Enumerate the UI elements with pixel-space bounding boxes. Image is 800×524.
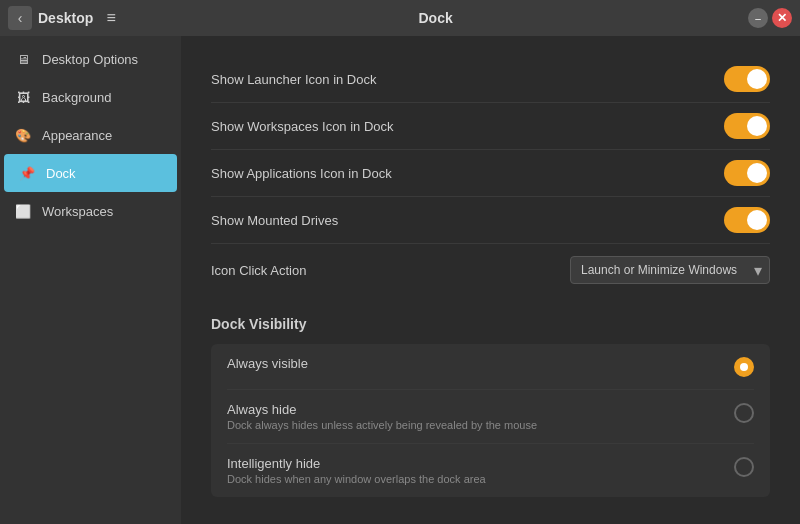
visibility-section-title: Dock Visibility — [211, 316, 770, 332]
minimize-button[interactable]: – — [748, 8, 768, 28]
toggle-row-launcher: Show Launcher Icon in Dock — [211, 56, 770, 103]
radio-intelligently-hide-label: Intelligently hide — [227, 456, 486, 471]
toggle-row-mounted: Show Mounted Drives — [211, 197, 770, 244]
mounted-drives-label: Show Mounted Drives — [211, 213, 338, 228]
sidebar-item-appearance[interactable]: 🎨 Appearance — [0, 116, 181, 154]
radio-always-visible-label: Always visible — [227, 356, 308, 371]
radio-row-always-visible: Always visible — [227, 344, 754, 390]
sidebar-item-workspaces[interactable]: ⬜ Workspaces — [0, 192, 181, 230]
radio-always-visible-btn[interactable] — [734, 357, 754, 377]
sidebar-item-label: Background — [42, 90, 111, 105]
sidebar-item-background[interactable]: 🖼 Background — [0, 78, 181, 116]
launcher-icon-label: Show Launcher Icon in Dock — [211, 72, 376, 87]
radio-row-intelligently-hide: Intelligently hide Dock hides when any w… — [227, 444, 754, 497]
content-area: Show Launcher Icon in Dock Show Workspac… — [181, 36, 800, 524]
minimize-icon: – — [755, 13, 761, 24]
radio-row-always-hide: Always hide Dock always hides unless act… — [227, 390, 754, 444]
panel-title: Desktop — [38, 10, 93, 26]
close-icon: ✕ — [777, 11, 787, 25]
window-title: Dock — [123, 10, 748, 26]
sidebar-item-label: Dock — [46, 166, 76, 181]
radio-always-hide-btn[interactable] — [734, 403, 754, 423]
main-layout: 🖥 Desktop Options 🖼 Background 🎨 Appeara… — [0, 36, 800, 524]
radio-intelligently-hide-text: Intelligently hide Dock hides when any w… — [227, 456, 486, 485]
toggle-row-workspaces: Show Workspaces Icon in Dock — [211, 103, 770, 150]
titlebar-left: ‹ Desktop ≡ — [8, 6, 123, 30]
workspaces-icon-toggle[interactable] — [724, 113, 770, 139]
back-button[interactable]: ‹ — [8, 6, 32, 30]
icon-click-action-select[interactable]: Launch or Minimize Windows Raise Window … — [570, 256, 770, 284]
dock-icon: 📌 — [18, 164, 36, 182]
toggle-row-applications: Show Applications Icon in Dock — [211, 150, 770, 197]
radio-always-visible-text: Always visible — [227, 356, 308, 371]
workspaces-icon-label: Show Workspaces Icon in Dock — [211, 119, 394, 134]
window-controls: – ✕ — [748, 8, 792, 28]
close-button[interactable]: ✕ — [772, 8, 792, 28]
sidebar: 🖥 Desktop Options 🖼 Background 🎨 Appeara… — [0, 36, 181, 524]
mounted-drives-toggle[interactable] — [724, 207, 770, 233]
desktop-options-icon: 🖥 — [14, 50, 32, 68]
radio-intelligently-hide-btn[interactable] — [734, 457, 754, 477]
visibility-section: Always visible Always hide Dock always h… — [211, 344, 770, 497]
radio-always-hide-text: Always hide Dock always hides unless act… — [227, 402, 537, 431]
launcher-icon-toggle[interactable] — [724, 66, 770, 92]
applications-icon-label: Show Applications Icon in Dock — [211, 166, 392, 181]
sidebar-item-label: Desktop Options — [42, 52, 138, 67]
radio-always-hide-desc: Dock always hides unless actively being … — [227, 419, 537, 431]
menu-icon: ≡ — [107, 9, 116, 27]
background-icon: 🖼 — [14, 88, 32, 106]
workspaces-icon: ⬜ — [14, 202, 32, 220]
sidebar-item-label: Workspaces — [42, 204, 113, 219]
sidebar-item-label: Appearance — [42, 128, 112, 143]
radio-intelligently-hide-desc: Dock hides when any window overlaps the … — [227, 473, 486, 485]
sidebar-item-dock[interactable]: 📌 Dock — [4, 154, 177, 192]
menu-button[interactable]: ≡ — [99, 6, 123, 30]
icon-click-action-row: Icon Click Action Launch or Minimize Win… — [211, 244, 770, 296]
dock-display-row: Show Dock on Display Primary Display All… — [211, 513, 770, 524]
radio-always-hide-label: Always hide — [227, 402, 537, 417]
titlebar: ‹ Desktop ≡ Dock – ✕ — [0, 0, 800, 36]
icon-click-action-dropdown-wrap: Launch or Minimize Windows Raise Window … — [570, 256, 770, 284]
sidebar-item-desktop-options[interactable]: 🖥 Desktop Options — [0, 40, 181, 78]
icon-click-action-label: Icon Click Action — [211, 263, 306, 278]
applications-icon-toggle[interactable] — [724, 160, 770, 186]
appearance-icon: 🎨 — [14, 126, 32, 144]
